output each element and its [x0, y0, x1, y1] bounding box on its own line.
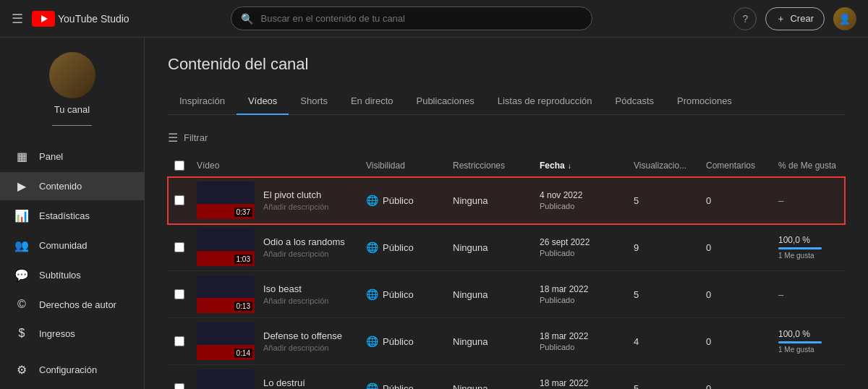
- tab-videos[interactable]: Vídeos: [237, 88, 289, 115]
- sidebar-label-subtitulos: Subtítulos: [39, 270, 81, 281]
- video-info: Odio a los randoms Añadir descripción: [263, 236, 345, 258]
- row5-checkbox[interactable]: [174, 383, 184, 389]
- contenido-icon: ▶: [14, 179, 29, 193]
- sidebar-item-sugerencias[interactable]: ↑ Enviar sugerencias: [0, 385, 144, 389]
- row1-views: 5: [628, 195, 700, 206]
- thumb-bg: [197, 369, 255, 389]
- visibility-label: Público: [383, 383, 414, 390]
- like-pct: 100,0 %: [778, 329, 839, 339]
- th-checkbox: [168, 161, 191, 171]
- row1-checkbox-cell: [168, 195, 191, 205]
- topbar-right: ? ＋ Crear 👤: [733, 7, 856, 30]
- channel-sub: ───────: [52, 121, 92, 129]
- date-sub: Publicado: [540, 296, 622, 304]
- filter-icon[interactable]: ☰: [168, 131, 178, 145]
- sidebar-label-comunidad: Comunidad: [39, 240, 88, 251]
- table-row: 0:14 Defense to offense Añadir descripci…: [168, 318, 845, 365]
- video-desc[interactable]: Añadir descripción: [263, 249, 345, 258]
- row3-date: 18 mar 2022 Publicado: [534, 284, 628, 304]
- tab-listas[interactable]: Listas de reproducción: [486, 88, 604, 115]
- row2-restrictions: Ninguna: [447, 242, 534, 253]
- date-main: 4 nov 2022: [540, 190, 622, 200]
- duration-badge: 0:37: [234, 208, 252, 217]
- row3-checkbox-cell: [168, 289, 191, 299]
- video-title[interactable]: Iso beast: [263, 283, 329, 294]
- video-desc[interactable]: Añadir descripción: [263, 296, 329, 305]
- sidebar-item-subtitulos[interactable]: 💬 Subtítulos: [0, 261, 144, 289]
- row2-views: 9: [628, 242, 700, 253]
- sidebar-item-ingresos[interactable]: $ Ingresos: [0, 320, 144, 347]
- th-visualizaciones: Visualizacio...: [628, 161, 700, 171]
- row3-checkbox[interactable]: [174, 289, 184, 299]
- video-info: Defense to offense Añadir descripción: [263, 330, 342, 352]
- like-bar-wrap: [778, 247, 822, 249]
- create-button[interactable]: ＋ Crear: [765, 7, 825, 30]
- thumbnail[interactable]: [197, 369, 255, 389]
- row1-likes: –: [773, 195, 845, 206]
- search-input[interactable]: [231, 7, 592, 30]
- configuracion-icon: ⚙: [14, 363, 29, 377]
- video-title[interactable]: Lo destruí: [263, 377, 329, 388]
- sidebar-item-configuracion[interactable]: ⚙ Configuración: [0, 356, 144, 384]
- search-icon: 🔍: [241, 13, 253, 25]
- row4-likes: 100,0 % 1 Me gusta: [773, 329, 845, 354]
- row2-video-cell: 1:03 Odio a los randoms Añadir descripci…: [191, 228, 360, 266]
- th-fecha[interactable]: Fecha ↓: [534, 161, 628, 171]
- subtitulos-icon: 💬: [14, 268, 29, 282]
- row4-date: 18 mar 2022 Publicado: [534, 331, 628, 351]
- tab-shorts[interactable]: Shorts: [289, 88, 339, 115]
- channel-avatar[interactable]: [49, 52, 95, 98]
- video-table: Vídeo Visibilidad Restricciones Fecha ↓ …: [168, 155, 845, 389]
- channel-section: Tu canal ───────: [0, 46, 144, 141]
- hamburger-icon[interactable]: ☰: [12, 11, 23, 27]
- visibility-label: Público: [383, 289, 414, 300]
- row5-visibility: 🌐 Público: [360, 382, 447, 389]
- select-all-checkbox[interactable]: [174, 161, 184, 171]
- globe-icon: 🌐: [366, 194, 378, 206]
- like-bar-wrap: [778, 341, 822, 343]
- video-title[interactable]: El pivot clutch: [263, 189, 329, 200]
- row3-comments: 0: [700, 289, 773, 300]
- sidebar-item-estadisticas[interactable]: 📊 Estadísticas: [0, 202, 144, 230]
- row5-likes: –: [773, 383, 845, 390]
- tab-inspiracion[interactable]: Inspiración: [168, 88, 237, 115]
- logo[interactable]: YouTube Studio: [32, 11, 129, 27]
- sidebar-item-panel[interactable]: ▦ Panel: [0, 142, 144, 171]
- tab-podcasts[interactable]: Pódcasts: [604, 88, 665, 115]
- help-icon: ?: [743, 13, 749, 25]
- video-title[interactable]: Odio a los randoms: [263, 236, 345, 247]
- duration-badge: 0:13: [234, 302, 252, 311]
- th-restricciones: Restricciones: [447, 161, 534, 171]
- th-comentarios: Comentarios: [700, 161, 773, 171]
- tab-promociones[interactable]: Promociones: [665, 88, 744, 115]
- row4-checkbox[interactable]: [174, 336, 184, 346]
- table-row: 0:14 Lo destruí Añadir descripción 🌐 Púb…: [168, 365, 845, 389]
- th-visibilidad: Visibilidad: [360, 161, 447, 171]
- row1-checkbox[interactable]: [174, 195, 184, 205]
- row2-likes: 100,0 % 1 Me gusta: [773, 235, 845, 260]
- table-row: 1:03 Odio a los randoms Añadir descripci…: [168, 224, 845, 271]
- sidebar-item-derechos[interactable]: © Derechos de autor: [0, 291, 144, 318]
- row3-visibility: 🌐 Público: [360, 288, 447, 300]
- video-cell: 0:13 Iso beast Añadir descripción: [197, 275, 354, 313]
- help-button[interactable]: ?: [733, 7, 757, 30]
- visibility-label: Público: [383, 242, 414, 253]
- like-sub: 1 Me gusta: [778, 252, 839, 260]
- video-desc[interactable]: Añadir descripción: [263, 202, 329, 211]
- table-row: 0:37 El pivot clutch Añadir descripción …: [168, 177, 845, 224]
- sidebar-item-comunidad[interactable]: 👥 Comunidad: [0, 231, 144, 260]
- video-title[interactable]: Defense to offense: [263, 330, 342, 341]
- avatar[interactable]: 👤: [833, 7, 856, 30]
- row2-checkbox[interactable]: [174, 242, 184, 252]
- tab-en-directo[interactable]: En directo: [339, 88, 405, 115]
- table-row: 0:13 Iso beast Añadir descripción 🌐 Públ…: [168, 271, 845, 318]
- tab-publicaciones[interactable]: Publicaciones: [404, 88, 485, 115]
- row3-views: 5: [628, 289, 700, 300]
- video-desc[interactable]: Añadir descripción: [263, 343, 342, 352]
- sidebar-item-contenido[interactable]: ▶ Contenido: [0, 172, 144, 200]
- sort-arrow-icon: ↓: [568, 162, 571, 170]
- sidebar-label-ingresos: Ingresos: [39, 328, 75, 339]
- date-sub: Publicado: [540, 343, 622, 351]
- sidebar-label-panel: Panel: [39, 151, 63, 162]
- video-info: El pivot clutch Añadir descripción: [263, 189, 329, 211]
